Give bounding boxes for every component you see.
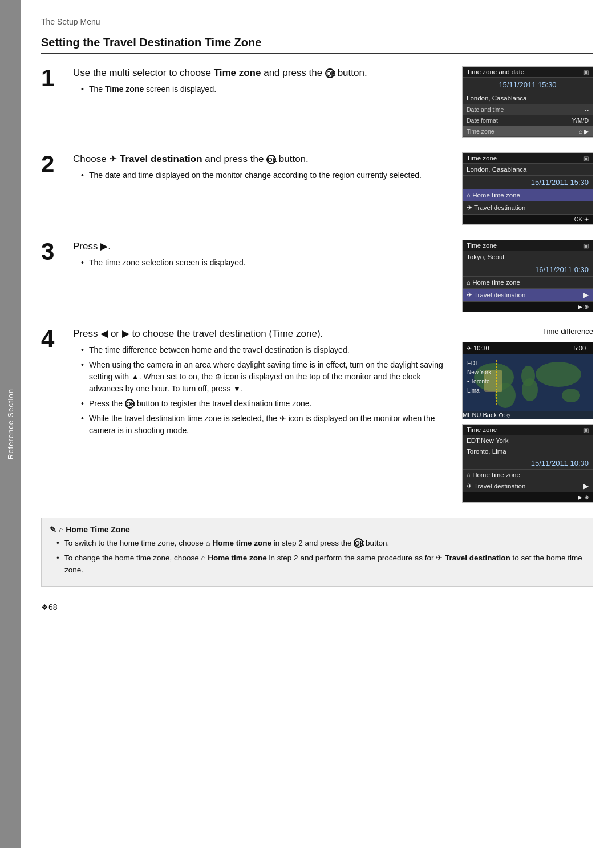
map-screen: ✈ 10:30 -5:00 [462, 342, 593, 419]
header-text: The Setup Menu [41, 17, 100, 26]
map-newyork: New York [467, 368, 491, 377]
s1-row2-label: Date format [467, 117, 498, 124]
note-bullets: To switch to the home time zone, choose … [56, 538, 585, 576]
sidebar-label: Reference Section [6, 389, 15, 459]
s1-time: 15/11/2011 15:30 [499, 80, 556, 89]
step-4-bullet-2: When using the camera in an area where d… [81, 359, 451, 395]
s1-row3-val: ⌂ ▶ [579, 128, 589, 135]
map-confirm: ⊕:☼ [499, 411, 511, 418]
note-box: ✎ ⌂ Home Time Zone To switch to the home… [41, 518, 593, 587]
s1-icon: ▣ [583, 69, 589, 75]
step-3-heading: Press ▶. [73, 240, 451, 253]
header-divider [41, 31, 593, 31]
step-4b-screen: Time zone ▣ EDT:New York Toronto, Lima 1… [462, 424, 593, 503]
footer-text: ❖68 [41, 603, 58, 612]
step-1-bullet-1: The Time zone screen is displayed. [81, 83, 451, 95]
step-2-bullets: The date and time displayed on the monit… [81, 169, 451, 181]
step-3-bullets: The time zone selection screen is displa… [81, 257, 451, 269]
s1-row1-val: -- [585, 106, 589, 113]
s2-time: 15/11/2011 15:30 [531, 178, 589, 187]
section-title: Setting the Travel Destination Time Zone [41, 36, 593, 54]
step-4-bullet-3: Press the OK button to register the trav… [81, 398, 451, 410]
s2-icon: ▣ [583, 155, 589, 161]
s4b-row2: ✈ Travel destination [467, 482, 525, 490]
map-toronto: • Toronto [467, 377, 491, 386]
step-3-screen: Time zone ▣ Tokyo, Seoul 16/11/2011 0:30… [462, 240, 593, 312]
map-city-list: EDT: New York • Toronto Lima [467, 359, 491, 395]
s2-bottom: OK:✈ [463, 215, 593, 224]
s3-bottom: ▶:⊕ [463, 302, 593, 312]
note-bullet-2: To change the home time zone, choose ⌂ H… [56, 552, 585, 576]
s2-location: London, Casablanca [467, 166, 527, 173]
step-3-block: 3 Press ▶. The time zone selection scree… [41, 240, 593, 312]
map-back: MENU Back [463, 411, 497, 418]
s1-row3-label: Time zone [467, 128, 495, 135]
s3-location: Tokyo, Seoul [467, 253, 504, 260]
s3-bottom-text: ▶:⊕ [578, 304, 589, 310]
step-2-bullet-1: The date and time displayed on the monit… [81, 169, 451, 181]
note-bullet-1: To switch to the home time zone, choose … [56, 538, 585, 549]
s4b-loc1: EDT:New York [467, 437, 509, 444]
svg-point-3 [522, 378, 538, 401]
step-2-content: Choose ✈ Travel destination and press th… [73, 152, 451, 225]
step-3-number: 3 [41, 240, 62, 312]
time-diff-label: Time difference [462, 327, 593, 336]
step-1-bullets: The Time zone screen is displayed. [81, 83, 451, 95]
s4b-time: 15/11/2011 10:30 [531, 459, 589, 467]
s2-row1: ⌂ Home time zone [467, 192, 520, 199]
page-header: The Setup Menu [41, 17, 593, 26]
s2-title: Time zone [467, 155, 497, 161]
s1-location: London, Casablanca [467, 95, 527, 102]
s1-row2-val: Y/M/D [572, 117, 589, 124]
step-1-heading: Use the multi selector to choose Time zo… [73, 66, 451, 80]
step-2-block: 2 Choose ✈ Travel destination and press … [41, 152, 593, 225]
step-1-content: Use the multi selector to choose Time zo… [73, 66, 451, 138]
step-1-number: 1 [41, 66, 62, 138]
s3-title: Time zone [467, 242, 497, 249]
s3-row1: ⌂ Home time zone [467, 279, 520, 286]
step-1-screen: Time zone and date ▣ 15/11/2011 15:30 Lo… [462, 66, 593, 138]
map-badge: -5:00 [569, 344, 589, 352]
s4b-bottom: ▶:⊕ [463, 492, 593, 502]
map-lima: Lima [467, 386, 491, 395]
s3-icon: ▣ [583, 243, 589, 249]
s4b-bottom-text: ▶:⊕ [578, 494, 589, 500]
sidebar-reference: Reference Section [0, 0, 21, 848]
s3-time: 16/11/2011 0:30 [535, 265, 589, 274]
step-4-bullet-1: The time difference between home and the… [81, 344, 451, 356]
step-2-heading: Choose ✈ Travel destination and press th… [73, 152, 451, 166]
step-4-number: 4 [41, 327, 62, 351]
svg-point-5 [562, 389, 580, 402]
step-2-screen: Time zone ▣ London, Casablanca 15/11/201… [462, 152, 593, 225]
map-bottom: MENU Back ⊕:☼ [463, 411, 593, 419]
note-icon: ✎ [50, 525, 56, 534]
step-4-block: 4 Press ◀ or ▶ to choose the travel dest… [41, 327, 593, 503]
s4b-title: Time zone [467, 426, 497, 433]
step-4-bullet-4: While the travel destination time zone i… [81, 413, 451, 437]
s1-title: Time zone and date [467, 68, 524, 75]
step-3-content: Press ▶. The time zone selection screen … [73, 240, 451, 312]
page-footer: ❖68 [41, 598, 593, 612]
main-content: The Setup Menu Setting the Travel Destin… [21, 0, 616, 848]
s2-row2: ✈ Travel destination [467, 204, 525, 212]
s4b-row1: ⌂ Home time zone [467, 471, 520, 478]
map-arrow-text: ✈ 10:30 [467, 345, 489, 352]
s4b-loc2: Toronto, Lima [467, 448, 506, 455]
step-2-number: 2 [41, 152, 62, 225]
map-edt: EDT: [467, 359, 491, 368]
step-3-bullet-1: The time zone selection screen is displa… [81, 257, 451, 269]
s1-row1-label: Date and time [467, 106, 504, 113]
note-title: ✎ ⌂ Home Time Zone [50, 525, 585, 534]
step-4-content: Press ◀ or ▶ to choose the travel destin… [73, 327, 451, 439]
step-1-block: 1 Use the multi selector to choose Time … [41, 66, 593, 138]
s4b-icon: ▣ [583, 427, 589, 433]
s2-bottom-text: OK:✈ [574, 216, 589, 223]
step-4-heading: Press ◀ or ▶ to choose the travel destin… [73, 327, 451, 341]
step-4-screens: Time difference ✈ 10:30 -5:00 [462, 327, 593, 503]
step-4-bullets: The time difference between home and the… [81, 344, 451, 437]
svg-point-4 [536, 362, 581, 387]
s3-row2: ✈ Travel destination [467, 291, 525, 299]
